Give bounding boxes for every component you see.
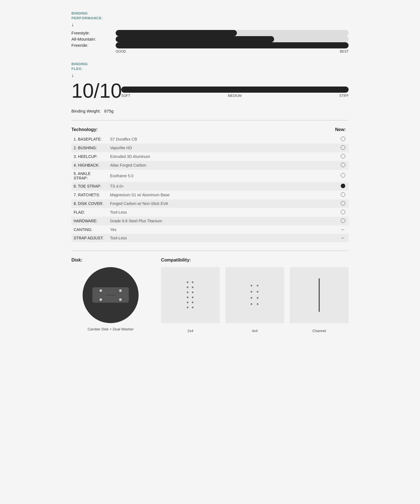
binding-weight-label: Binding Weight: [71, 109, 101, 113]
tech-row-val: TS 4.0+ [108, 182, 337, 191]
circle-empty-icon [341, 137, 345, 141]
tech-section: Technology: New: 1. BASEPLATE:S7 Durafle… [71, 127, 349, 242]
table-row: STRAP ADJUST:Tool-Less← [71, 234, 349, 242]
performance-scale: GOOD BEST [111, 50, 349, 53]
compat-cards [161, 267, 349, 323]
tech-row-val: Forged Carbon w/ Non-Stick EVA [108, 199, 337, 208]
circle-empty-icon [341, 163, 345, 167]
tech-row-new [337, 144, 349, 152]
divider-1 [71, 120, 349, 120]
performance-section: BINDINGPERFORMANCE: ↓ Freestyle: All-Mou… [71, 11, 349, 53]
compat-title: Compatibility: [161, 258, 349, 263]
performance-label: BINDINGPERFORMANCE: [71, 11, 349, 21]
scale-good: GOOD [116, 50, 126, 53]
dot [187, 281, 188, 283]
dot [251, 291, 252, 293]
perf-bar-freestyle [116, 30, 349, 36]
disk-bolt-tr [119, 289, 122, 292]
tech-row-val: Exoframe 5.0 [108, 170, 337, 182]
dot [192, 302, 193, 303]
table-row: HARDWARE:Grade 8.8 Steel Plus Titanium [71, 217, 349, 225]
perf-label-allmt: All-Mountain: [71, 37, 111, 41]
dot [192, 286, 193, 288]
disk-bolt-br [119, 298, 122, 301]
perf-bar-freeride [116, 42, 349, 48]
scale-best: BEST [340, 50, 349, 53]
circle-empty-icon [341, 218, 345, 223]
dot [187, 291, 188, 293]
tech-row-num: 8. DISK COVER: [71, 199, 108, 208]
tech-header-row: Technology: New: [71, 127, 349, 132]
flex-scale-soft: SOFT [121, 94, 130, 98]
tech-row-val: S7 Duraflex CB [108, 135, 337, 144]
tech-row-val: Vaporlite HD [108, 144, 337, 152]
disk-bolt-row-bot [99, 298, 122, 301]
flex-scale-stiff: STIFF [339, 94, 349, 98]
binding-weight-value: 875g [104, 109, 113, 113]
dot [257, 297, 258, 299]
perf-row-freestyle: Freestyle: [71, 30, 349, 36]
compat-label-2x4: 2x4 [161, 329, 220, 333]
arrow-left-icon: ← [341, 235, 345, 240]
disk-slot [105, 294, 116, 296]
dots-2x4 [187, 281, 194, 309]
dot [187, 307, 188, 308]
channel-line [319, 278, 320, 312]
flex-label: BINDINGFLEX: [71, 62, 349, 71]
tech-row-num: 6. TOE STRAP: [71, 182, 108, 191]
disk-bolt-tl [99, 289, 102, 292]
compat-card-4x4 [225, 267, 284, 323]
flex-bar [121, 87, 349, 93]
compat-card-2x4 [161, 267, 220, 323]
compat-section: Compatibility: [161, 258, 349, 333]
compat-labels-row: 2x4 4x4 Channel [161, 326, 349, 333]
flex-scale: SOFT MEDIUM STIFF [121, 94, 349, 98]
tech-row-new [337, 217, 349, 225]
tech-row-num: 7. RATCHETS: [71, 191, 108, 199]
tech-row-new: ← [337, 234, 349, 242]
compat-card-channel [290, 267, 349, 323]
tech-row-val: Yes [108, 225, 337, 234]
perf-row-allmt: All-Mountain: [71, 36, 349, 42]
tech-row-num: 2. BUSHING: [71, 144, 108, 152]
table-row: 2. BUSHING:Vaporlite HD [71, 144, 349, 152]
divider-2 [71, 251, 349, 251]
perf-label-freestyle: Freestyle: [71, 31, 111, 35]
dot [192, 297, 193, 298]
dot [187, 302, 188, 303]
flex-arrow: ↓ [71, 73, 349, 78]
table-row: FLAD:Tool-Less [71, 208, 349, 217]
disk-section: Disk: Camber Disk + Dual Washer [71, 258, 150, 333]
dots-4x4 [251, 285, 259, 305]
tech-row-val: Tool-Less [108, 208, 337, 217]
table-row: 7. RATCHETS:Magnesium S1 w/ Aluminum Bas… [71, 191, 349, 199]
tech-row-num: HARDWARE: [71, 217, 108, 225]
binding-weight: Binding Weight: 875g [71, 109, 349, 113]
perf-bar-allmt [116, 36, 349, 42]
perf-bar-fill-freestyle [116, 30, 237, 36]
tech-row-new [337, 170, 349, 182]
dot [192, 281, 193, 283]
tech-row-num: 3. HEELCUP: [71, 152, 108, 161]
arrow-left-icon: ← [341, 227, 345, 232]
tech-row-new [337, 135, 349, 144]
disk-label: Camber Disk + Dual Washer [71, 327, 150, 331]
dot [187, 286, 188, 288]
circle-empty-icon [341, 154, 345, 158]
dot [257, 285, 258, 286]
performance-arrow: ↓ [71, 22, 349, 28]
circle-empty-icon [341, 201, 345, 206]
table-row: 3. HEELCUP:Extruded 3D Aluminum [71, 152, 349, 161]
tech-row-new [337, 182, 349, 191]
flex-score-col: 10/10 [71, 81, 116, 104]
tech-row-new [337, 191, 349, 199]
table-row: 1. BASEPLATE:S7 Duraflex CB [71, 135, 349, 144]
tech-new-label: New: [335, 127, 346, 132]
tech-row-num: 5. ANKLE STRAP: [71, 170, 108, 182]
perf-row-freeride: Freeride: [71, 42, 349, 48]
perf-label-freeride: Freeride: [71, 43, 111, 48]
performance-bars-wrapper: Freestyle: All-Mountain: Freeride: GOOD [71, 30, 349, 53]
tech-row-num: CANTING: [71, 225, 108, 234]
table-row: 5. ANKLE STRAP:Exoframe 5.0 [71, 170, 349, 182]
circle-empty-icon [341, 210, 345, 214]
